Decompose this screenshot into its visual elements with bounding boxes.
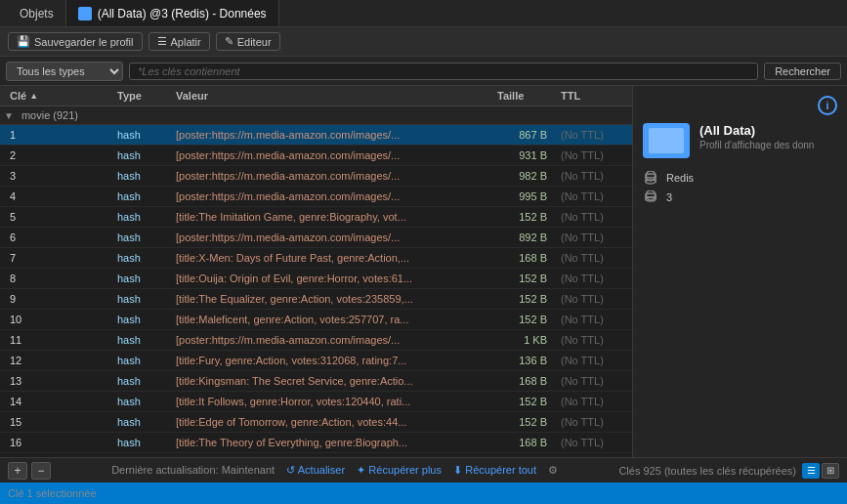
cell-key: 13 — [4, 373, 111, 389]
refresh-icon: ↺ — [286, 464, 295, 476]
th-type[interactable]: Type — [111, 86, 170, 105]
th-size-label: Taille — [497, 90, 524, 102]
redis-db-icon — [643, 189, 658, 205]
cell-type: hash — [111, 414, 170, 430]
table-row[interactable]: 15 hash [title:Edge of Tomorrow, genre:A… — [0, 412, 632, 433]
cell-size: 982 B — [491, 168, 555, 184]
cell-size: 931 B — [491, 147, 555, 163]
table-row[interactable]: 9 hash [title:The Equalizer, genre:Actio… — [0, 289, 632, 310]
cell-key: 16 — [4, 435, 111, 450]
cell-value: [poster:https://m.media-amazon.com/image… — [170, 168, 491, 184]
table-row[interactable]: 8 hash [title:Ouija: Origin of Evil, gen… — [0, 269, 632, 289]
flatten-button[interactable]: ☰ Aplatir — [148, 32, 210, 51]
remove-key-button[interactable]: − — [31, 462, 51, 480]
key-filter-input[interactable] — [129, 63, 758, 80]
cell-ttl: (No TTL) — [555, 271, 628, 286]
list-view-button[interactable]: ☰ — [802, 463, 820, 479]
table-row[interactable]: 4 hash [poster:https://m.media-amazon.co… — [0, 187, 632, 207]
tab-alldata-label: (All Data) @3 (Redis) - Données — [98, 7, 267, 21]
tab-alldata[interactable]: (All Data) @3 (Redis) - Données — [66, 0, 279, 26]
type-filter-select[interactable]: Tous les types hash string list set zset — [6, 62, 123, 81]
cell-key: 14 — [4, 394, 111, 409]
title-bar: Objets (All Data) @3 (Redis) - Données — [0, 0, 847, 27]
cell-ttl: (No TTL) — [555, 332, 628, 348]
th-ttl[interactable]: TTL — [555, 86, 628, 105]
th-value[interactable]: Valeur — [170, 86, 491, 105]
cell-size: 136 B — [491, 353, 555, 368]
cell-value: [title:Ouija: Origin of Evil, genre:Horr… — [170, 271, 491, 286]
cell-key: 3 — [4, 168, 111, 184]
cell-ttl: (No TTL) — [555, 168, 628, 184]
redis-server-icon — [643, 170, 658, 186]
table-row[interactable]: 11 hash [poster:https://m.media-amazon.c… — [0, 330, 632, 351]
recover-all-label: Récupérer tout — [465, 464, 536, 476]
table-row[interactable]: 6 hash [poster:https://m.media-amazon.co… — [0, 228, 632, 248]
th-key[interactable]: Clé ▲ — [4, 86, 111, 105]
cell-ttl: (No TTL) — [555, 147, 628, 163]
table-row[interactable]: 5 hash [title:The Imitation Game, genre:… — [0, 207, 632, 228]
table-row[interactable]: 1 hash [poster:https://m.media-amazon.co… — [0, 125, 632, 146]
data-table: Clé ▲ Type Valeur Taille TTL — [0, 86, 632, 457]
db-logo-inner — [649, 128, 684, 153]
table-row[interactable]: 16 hash [title:The Theory of Everything,… — [0, 433, 632, 453]
cell-ttl: (No TTL) — [555, 312, 628, 327]
svg-point-1 — [646, 174, 656, 178]
db-logo — [643, 123, 690, 158]
recover-more-icon: ✦ — [357, 464, 365, 476]
cell-ttl: (No TTL) — [555, 435, 628, 450]
editor-button[interactable]: ✎ Editeur — [216, 32, 280, 51]
table-header: Clé ▲ Type Valeur Taille TTL — [0, 86, 632, 106]
add-key-button[interactable]: + — [8, 462, 27, 480]
cell-ttl: (No TTL) — [555, 250, 628, 266]
save-profile-button[interactable]: 💾 Sauvegarder le profil — [8, 32, 143, 51]
th-size[interactable]: Taille — [491, 86, 555, 105]
table-row[interactable]: 10 hash [title:Maleficent, genre:Action,… — [0, 310, 632, 330]
recover-more-label: Récupérer plus — [368, 464, 442, 476]
table-row[interactable]: 13 hash [title:Kingsman: The Secret Serv… — [0, 371, 632, 392]
table-row[interactable]: 12 hash [title:Fury, genre:Action, votes… — [0, 351, 632, 371]
group-row[interactable]: ▼ movie (921) — [0, 106, 632, 125]
cell-type: hash — [111, 435, 170, 450]
cell-ttl: (No TTL) — [555, 127, 628, 143]
status-bar: Clé 1 sélectionnée — [0, 483, 847, 504]
info-icon[interactable]: i — [818, 96, 837, 115]
recover-more-button[interactable]: ✦ Récupérer plus — [357, 464, 445, 476]
search-button[interactable]: Rechercher — [764, 63, 841, 80]
db-title: (All Data) — [699, 123, 837, 138]
view-toggle: ☰ ⊞ — [802, 463, 839, 479]
table-row[interactable]: 3 hash [poster:https://m.media-amazon.co… — [0, 166, 632, 187]
remove-icon: − — [37, 464, 44, 478]
tab-objets[interactable]: Objets — [8, 0, 66, 26]
cell-size: 152 B — [491, 414, 555, 430]
table-row[interactable]: 2 hash [poster:https://m.media-amazon.co… — [0, 146, 632, 166]
gear-settings-button[interactable]: ⚙ — [548, 464, 558, 476]
redis-server-label: Redis — [666, 172, 694, 184]
svg-point-5 — [646, 190, 656, 200]
cell-key: 8 — [4, 271, 111, 286]
cell-key: 4 — [4, 189, 111, 204]
cell-value: [title:The Equalizer, genre:Action, vote… — [170, 291, 491, 307]
cell-key: 15 — [4, 414, 111, 430]
table-row[interactable]: 14 hash [title:It Follows, genre:Horror,… — [0, 392, 632, 412]
editor-icon: ✎ — [225, 35, 233, 48]
save-profile-label: Sauvegarder le profil — [34, 36, 134, 48]
cell-ttl: (No TTL) — [555, 230, 628, 245]
recover-all-button[interactable]: ⬇ Récupérer tout — [453, 464, 539, 476]
table-row[interactable]: 7 hash [title:X-Men: Days of Future Past… — [0, 248, 632, 269]
tab-objets-label: Objets — [20, 7, 54, 21]
cell-ttl: (No TTL) — [555, 291, 628, 307]
cell-value: [poster:https://m.media-amazon.com/image… — [170, 230, 491, 245]
cell-type: hash — [111, 353, 170, 368]
th-value-label: Valeur — [176, 90, 208, 102]
bottom-status: Dernière actualisation: Maintenant ↺ Act… — [51, 464, 618, 477]
right-panel: i (All Data) Profil d'affichage des donn… — [632, 86, 847, 457]
table-body[interactable]: ▼ movie (921) 1 hash [poster:https://m.m… — [0, 106, 632, 457]
refresh-button[interactable]: ↺ Actualiser — [286, 464, 348, 476]
cell-key: 2 — [4, 147, 111, 163]
grid-view-button[interactable]: ⊞ — [822, 463, 839, 479]
redis-row-label: Redis — [643, 170, 837, 186]
table-area: Clé ▲ Type Valeur Taille TTL — [0, 86, 632, 457]
cell-size: 995 B — [491, 189, 555, 204]
selected-key-info: Clé 1 sélectionnée — [8, 487, 839, 499]
flatten-icon: ☰ — [157, 35, 167, 48]
